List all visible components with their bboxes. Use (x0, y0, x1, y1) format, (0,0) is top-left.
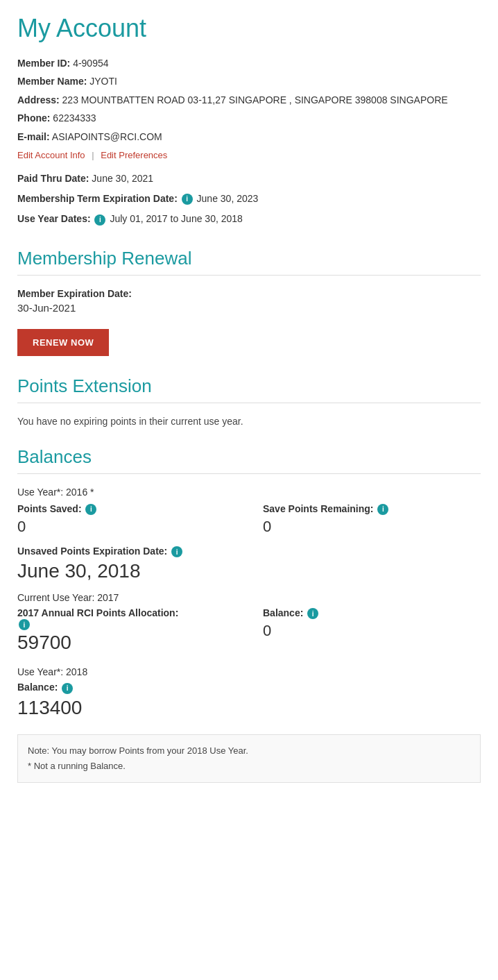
address-row: Address: 223 MOUNTBATTEN ROAD 03-11,27 S… (17, 92, 481, 108)
balance-2018-label: Balance: i (17, 682, 481, 693)
phone-row: Phone: 62234333 (17, 110, 481, 126)
allocation-info-icon[interactable]: i (19, 619, 30, 630)
membership-term-row: Membership Term Expiration Date: i June … (17, 190, 481, 208)
allocation-row: 2017 Annual RCI Points Allocation: i 597… (17, 607, 481, 654)
member-name-value: JYOTI (89, 76, 117, 87)
balances-divider (17, 473, 481, 474)
renew-now-button[interactable]: RENEW NOW (17, 329, 109, 356)
points-saved-label: Points Saved: i (17, 503, 235, 515)
allocation-value: 59700 (17, 632, 235, 654)
member-id-row: Member ID: 4-90954 (17, 56, 481, 71)
use-year-2018-label: Use Year*: 2018 (17, 666, 481, 677)
use-year-label: Use Year Dates: (17, 213, 91, 224)
balance-2018-info-icon[interactable]: i (62, 683, 73, 694)
paid-thru-value: June 30, 2021 (92, 173, 153, 184)
balance-2017-info-icon[interactable]: i (307, 608, 318, 619)
allocation-col: 2017 Annual RCI Points Allocation: i 597… (17, 607, 235, 654)
unsaved-expiry-info-icon[interactable]: i (171, 546, 182, 557)
email-value: ASIAPOINTS@RCI.COM (52, 131, 162, 142)
member-id-label: Member ID: (17, 58, 70, 69)
paid-thru-label: Paid Thru Date: (17, 173, 89, 184)
phone-label: Phone: (17, 112, 50, 124)
current-use-year-label: Current Use Year: 2017 (17, 592, 481, 603)
address-label: Address: (17, 94, 60, 105)
edit-preferences-link[interactable]: Edit Preferences (101, 150, 167, 160)
save-points-remaining-info-icon[interactable]: i (377, 504, 388, 515)
member-expiry-label: Member Expiration Date: (17, 288, 481, 299)
balance-2018-value: 113400 (17, 697, 481, 719)
membership-term-label: Membership Term Expiration Date: (17, 193, 178, 204)
use-year-row: Use Year Dates: i July 01, 2017 to June … (17, 210, 481, 228)
points-extension-message: You have no expiring points in their cur… (17, 416, 481, 427)
unsaved-expiry-date: June 30, 2018 (17, 560, 481, 582)
points-saved-value: 0 (17, 518, 235, 536)
member-expiry-date: 30-Jun-2021 (17, 302, 481, 314)
membership-renewal-divider (17, 275, 481, 276)
member-name-label: Member Name: (17, 76, 87, 87)
points-saved-row: Points Saved: i 0 Save Points Remaining:… (17, 503, 481, 536)
save-points-remaining-value: 0 (263, 518, 481, 536)
allocation-label: 2017 Annual RCI Points Allocation: (17, 607, 235, 618)
member-name-row: Member Name: JYOTI (17, 74, 481, 89)
balance-2017-label: Balance: i (263, 607, 481, 619)
membership-renewal-title: Membership Renewal (17, 248, 481, 269)
note-1: Note: You may borrow Points from your 20… (28, 743, 470, 759)
points-extension-title: Points Extension (17, 375, 481, 397)
phone-value: 62234333 (53, 112, 96, 124)
use-year-2016-label: Use Year*: 2016 * (17, 487, 481, 498)
address-value: 223 MOUNTBATTEN ROAD 03-11,27 SINGAPORE … (62, 94, 448, 105)
page-title: My Account (17, 14, 481, 43)
edit-links-row: Edit Account Info | Edit Preferences (17, 150, 481, 160)
unsaved-expiry-label: Unsaved Points Expiration Date: i (17, 546, 481, 557)
membership-term-value: June 30, 2023 (197, 193, 259, 204)
save-points-remaining-label: Save Points Remaining: i (263, 503, 481, 515)
edit-account-link[interactable]: Edit Account Info (17, 150, 85, 160)
balance-2017-col: Balance: i 0 (263, 607, 481, 640)
email-label: E-mail: (17, 131, 50, 142)
points-saved-info-icon[interactable]: i (85, 504, 96, 515)
paid-thru-row: Paid Thru Date: June 30, 2021 (17, 170, 481, 187)
balance-2017-value: 0 (263, 622, 481, 640)
member-id-value: 4-90954 (73, 58, 108, 69)
points-saved-col: Points Saved: i 0 (17, 503, 235, 536)
balances-content: Use Year*: 2016 * Points Saved: i 0 Save… (17, 487, 481, 783)
email-row: E-mail: ASIAPOINTS@RCI.COM (17, 129, 481, 144)
balances-title: Balances (17, 446, 481, 468)
edit-links-divider: | (92, 150, 94, 160)
use-year-value: July 01, 2017 to June 30, 2018 (110, 213, 242, 224)
membership-term-info-icon[interactable]: i (182, 194, 193, 205)
notes-box: Note: You may borrow Points from your 20… (17, 734, 481, 783)
save-points-remaining-col: Save Points Remaining: i 0 (263, 503, 481, 536)
note-2: * Not a running Balance. (28, 759, 470, 774)
points-extension-divider (17, 403, 481, 403)
use-year-info-icon[interactable]: i (94, 214, 105, 226)
